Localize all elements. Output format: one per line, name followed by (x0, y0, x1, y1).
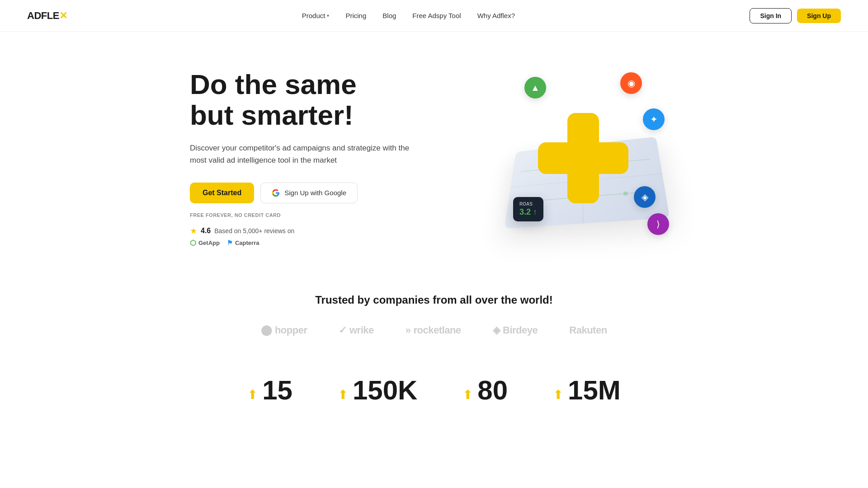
platform-icon-blue2: ◈ (634, 186, 656, 208)
hero-buttons: Get Started Sign Up with Google (190, 183, 416, 203)
signin-button[interactable]: Sign In (750, 8, 792, 23)
rating-number: 4.6 (201, 227, 211, 235)
stat-arrow-icon: ⬆ (462, 387, 473, 402)
platform-logos: ⬡ GetApp ⚑ Capterra (190, 239, 416, 247)
trust-title: Trusted by companies from all over the w… (27, 294, 841, 306)
stat-15: ⬆ 15 (247, 377, 292, 404)
hero-section: Do the same but smarter! Discover your c… (163, 32, 705, 271)
trust-section: Trusted by companies from all over the w… (0, 271, 868, 350)
plus-logo (538, 113, 628, 203)
platform-icon-purple: ⟩ (647, 213, 669, 235)
stats-section: ⬆ 15 ⬆ 150K ⬆ 80 ⬆ 15M (0, 350, 868, 413)
nav-links: Product ▾ Pricing Blog Free Adspy Tool W… (302, 12, 515, 19)
stat-15m: ⬆ 15M (553, 377, 621, 404)
hero-title: Do the same but smarter! (190, 69, 416, 131)
nav-free-tool[interactable]: Free Adspy Tool (412, 12, 461, 19)
signup-button[interactable]: Sign Up (797, 9, 841, 23)
roas-arrow-icon: ↑ (533, 207, 537, 216)
hero-subtitle: Discover your competitor's ad campaigns … (190, 142, 416, 166)
brand-rakuten: Rakuten (569, 324, 607, 336)
stat-number: 150K (353, 377, 417, 404)
hero-content: Do the same but smarter! Discover your c… (190, 69, 416, 247)
platform-icon-blue1: ✦ (643, 108, 665, 130)
nav-pricing[interactable]: Pricing (345, 12, 366, 19)
capterra-badge: ⚑ Capterra (227, 239, 259, 246)
free-forever-label: FREE FOREVER, NO CREDIT CARD (190, 212, 416, 218)
capterra-icon: ⚑ (227, 239, 233, 246)
navigation: ADFLE✕ Product ▾ Pricing Blog Free Adspy… (0, 0, 868, 32)
brand-rocketlane: » rocketlane (406, 324, 461, 336)
stat-number: 15M (568, 377, 621, 404)
hero-illustration: ▲ ◉ ✦ ◈ ⟩ ROAS 3.2 ↑ (488, 63, 678, 253)
brand-logos-row: ⬤ hopper ✓ wrike » rocketlane ◈ Birdeye … (27, 324, 841, 336)
brand-wrike: ✓ wrike (339, 324, 373, 336)
roas-card: ROAS 3.2 ↑ (513, 197, 543, 221)
getapp-badge: ⬡ GetApp (190, 239, 220, 247)
logo[interactable]: ADFLE✕ (27, 10, 67, 22)
get-started-button[interactable]: Get Started (190, 183, 254, 203)
chevron-down-icon: ▾ (327, 13, 329, 18)
rating-text: Based on 5,000+ reviews on (214, 227, 294, 235)
logo-x: ✕ (59, 10, 67, 21)
stat-arrow-icon: ⬆ (338, 387, 348, 402)
brand-hopper: ⬤ hopper (261, 324, 307, 336)
nav-why-adflex[interactable]: Why Adflex? (477, 12, 515, 19)
platform-icon-green: ▲ (524, 77, 546, 99)
stat-arrow-icon: ⬆ (553, 387, 563, 402)
getapp-icon: ⬡ (190, 239, 196, 247)
nav-actions: Sign In Sign Up (750, 8, 841, 23)
google-signup-button[interactable]: Sign Up with Google (260, 183, 358, 203)
logo-text: ADFLE (27, 10, 59, 21)
nav-blog[interactable]: Blog (382, 12, 396, 19)
google-icon (272, 189, 280, 197)
stat-number: 15 (262, 377, 292, 404)
stat-150k: ⬆ 150K (338, 377, 417, 404)
platform-icon-orange: ◉ (620, 72, 642, 94)
stat-80: ⬆ 80 (462, 377, 508, 404)
nav-product[interactable]: Product ▾ (302, 12, 330, 19)
star-icon: ★ (190, 226, 197, 236)
stat-arrow-icon: ⬆ (247, 387, 258, 402)
brand-birdeye: ◈ Birdeye (493, 324, 538, 336)
stat-number: 80 (477, 377, 508, 404)
rating-row: ★ 4.6 Based on 5,000+ reviews on (190, 226, 416, 236)
